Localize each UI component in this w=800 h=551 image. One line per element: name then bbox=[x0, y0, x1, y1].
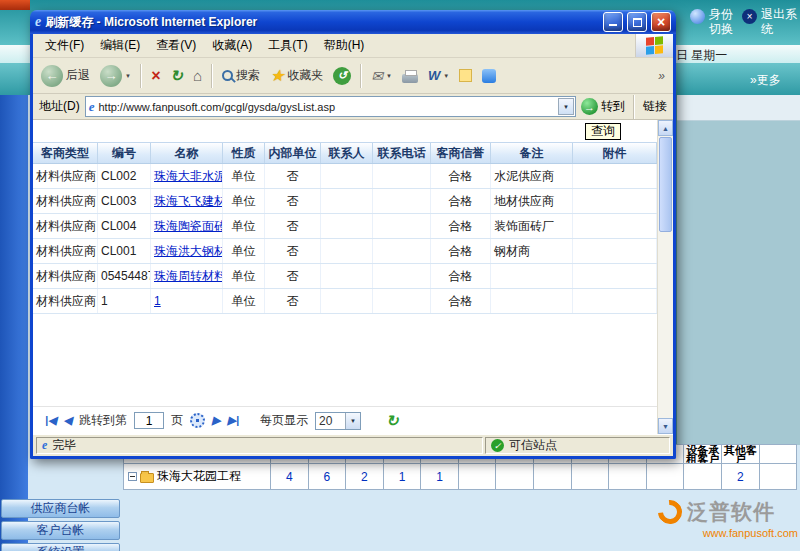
grid-cell[interactable] bbox=[760, 464, 797, 489]
go-icon bbox=[581, 98, 598, 115]
bg-grid-header-equipment-rent: 设备承租客户 bbox=[684, 445, 722, 463]
menu-edit[interactable]: 编辑(E) bbox=[92, 34, 148, 57]
status-text: 完毕 bbox=[52, 437, 76, 454]
grid-cell[interactable]: 6 bbox=[309, 464, 347, 489]
supplier-name-link[interactable]: 珠海大非水泥 bbox=[154, 168, 223, 185]
favorites-label: 收藏夹 bbox=[287, 67, 323, 84]
close-button[interactable] bbox=[651, 12, 671, 32]
identity-icon bbox=[690, 9, 705, 24]
links-label[interactable]: 链接 bbox=[643, 98, 667, 115]
prev-page-button[interactable] bbox=[64, 414, 72, 427]
home-button[interactable] bbox=[189, 65, 206, 86]
grid-cell[interactable] bbox=[459, 464, 497, 489]
toolbar-divider bbox=[211, 64, 213, 88]
scroll-up-button[interactable] bbox=[658, 120, 673, 136]
favorites-button[interactable]: 收藏夹 bbox=[266, 64, 327, 87]
titlebar[interactable]: 刷新缓存 - Microsoft Internet Explorer bbox=[30, 10, 676, 34]
go-button[interactable]: 转到 bbox=[581, 98, 625, 115]
col-header-phone: 联系电话 bbox=[373, 143, 431, 163]
sidebar-item-system-settings[interactable]: 系统设置 bbox=[1, 543, 120, 551]
home-icon bbox=[193, 67, 202, 84]
logo-name: 泛普软件 bbox=[687, 498, 775, 526]
minimize-button[interactable] bbox=[603, 12, 623, 32]
tree-collapse-icon[interactable] bbox=[128, 472, 137, 481]
page-number-input[interactable] bbox=[134, 412, 164, 429]
grid-cell[interactable] bbox=[496, 464, 534, 489]
identity-switch-button[interactable]: 身份切换 bbox=[690, 7, 742, 37]
refresh-button[interactable] bbox=[166, 65, 187, 87]
edit-button[interactable] bbox=[424, 66, 453, 85]
table-row: 材料供应商 CL004 珠海陶瓷面砖 单位 否 合格 装饰面砖厂 bbox=[33, 214, 657, 239]
address-dropdown-button[interactable] bbox=[558, 98, 574, 115]
table-header-row: 客商类型 编号 名称 性质 内部单位 联系人 联系电话 客商信誉 备注 附件 bbox=[33, 142, 657, 164]
project-name: 珠海大花园工程 bbox=[157, 468, 241, 485]
supplier-name-link[interactable]: 珠海飞飞建材 bbox=[154, 193, 223, 210]
grid-cell[interactable]: 2 bbox=[722, 464, 760, 489]
grid-cell[interactable]: 1 bbox=[421, 464, 459, 489]
toolbar-divider bbox=[140, 64, 142, 88]
forward-icon bbox=[100, 65, 122, 87]
star-icon bbox=[270, 66, 284, 85]
table-row: 材料供应商 CL002 珠海大非水泥 单位 否 合格 水泥供应商 bbox=[33, 164, 657, 189]
grid-cell[interactable]: 2 bbox=[346, 464, 384, 489]
sidebar-item-customer-ledger[interactable]: 客户台帐 bbox=[1, 521, 120, 540]
vertical-scrollbar[interactable] bbox=[657, 120, 673, 434]
security-zone-label: 可信站点 bbox=[509, 437, 557, 454]
supplier-name-link[interactable]: 珠海周转材料 bbox=[154, 268, 223, 285]
exit-system-button[interactable]: 退出系统 bbox=[742, 7, 798, 37]
grid-cell[interactable] bbox=[684, 464, 722, 489]
menu-tools[interactable]: 工具(T) bbox=[260, 34, 315, 57]
maximize-icon bbox=[633, 18, 642, 27]
grid-cell[interactable]: 1 bbox=[384, 464, 422, 489]
supplier-name-link[interactable]: 珠海陶瓷面砖 bbox=[154, 218, 223, 235]
menu-favorites[interactable]: 收藏(A) bbox=[204, 34, 260, 57]
scrollbar-track[interactable] bbox=[658, 233, 673, 418]
print-button[interactable] bbox=[398, 67, 422, 85]
menu-file[interactable]: 文件(F) bbox=[37, 34, 92, 57]
toolbar-divider bbox=[360, 64, 362, 88]
supplier-table: 客商类型 编号 名称 性质 内部单位 联系人 联系电话 客商信誉 备注 附件 材… bbox=[33, 142, 657, 314]
back-button[interactable]: 后退 bbox=[37, 63, 94, 89]
grid-cell[interactable] bbox=[572, 464, 610, 489]
menubar: 文件(F) 编辑(E) 查看(V) 收藏(A) 工具(T) 帮助(H) bbox=[33, 34, 673, 58]
forward-button[interactable] bbox=[96, 63, 135, 89]
mail-button[interactable] bbox=[367, 66, 396, 86]
first-page-button[interactable] bbox=[45, 414, 57, 427]
grid-cell[interactable] bbox=[647, 464, 685, 489]
supplier-name-link[interactable]: 1 bbox=[154, 294, 161, 308]
history-button[interactable] bbox=[329, 65, 355, 87]
sidebar-item-supplier-ledger[interactable]: 供应商台帐 bbox=[1, 499, 120, 518]
jump-label-prefix: 跳转到第 bbox=[79, 412, 127, 429]
minimize-icon bbox=[609, 18, 617, 26]
stop-button[interactable] bbox=[147, 65, 164, 87]
maximize-button[interactable] bbox=[627, 12, 647, 32]
chevron-down-icon bbox=[443, 73, 449, 79]
grid-cell[interactable] bbox=[609, 464, 647, 489]
gear-icon[interactable] bbox=[190, 413, 205, 428]
page-icon bbox=[89, 99, 95, 115]
grid-cell[interactable]: 4 bbox=[271, 464, 309, 489]
menu-view[interactable]: 查看(V) bbox=[148, 34, 204, 57]
scrollbar-thumb[interactable] bbox=[659, 137, 672, 232]
messenger-button[interactable] bbox=[478, 67, 500, 85]
menu-help[interactable]: 帮助(H) bbox=[316, 34, 373, 57]
status-message-panel: 完毕 bbox=[36, 437, 483, 454]
toolbar-overflow-icon[interactable] bbox=[658, 69, 669, 83]
address-input[interactable]: http://www.fanpusoft.com/gcgl/gysda/gysL… bbox=[85, 96, 576, 117]
last-page-button[interactable] bbox=[227, 414, 239, 427]
notes-button[interactable] bbox=[455, 67, 476, 84]
grid-cell[interactable] bbox=[534, 464, 572, 489]
more-link[interactable]: »更多 bbox=[750, 72, 781, 89]
supplier-name-link[interactable]: 珠海洪大钢材 bbox=[154, 243, 223, 260]
reload-list-icon[interactable] bbox=[386, 412, 399, 430]
page-content: 查询 客商类型 编号 名称 性质 内部单位 联系人 联系电话 客商信誉 备注 附… bbox=[33, 120, 673, 434]
project-tree-node[interactable]: 珠海大花园工程 bbox=[124, 464, 271, 489]
scroll-down-button[interactable] bbox=[658, 418, 673, 434]
per-page-select[interactable]: 20 bbox=[315, 412, 361, 430]
ie-status-icon bbox=[42, 438, 47, 453]
back-icon bbox=[41, 65, 63, 87]
bg-right-top-band bbox=[677, 95, 800, 121]
search-button[interactable]: 搜索 bbox=[218, 65, 264, 86]
windows-brand-icon bbox=[635, 34, 673, 57]
next-page-button[interactable] bbox=[212, 414, 220, 427]
